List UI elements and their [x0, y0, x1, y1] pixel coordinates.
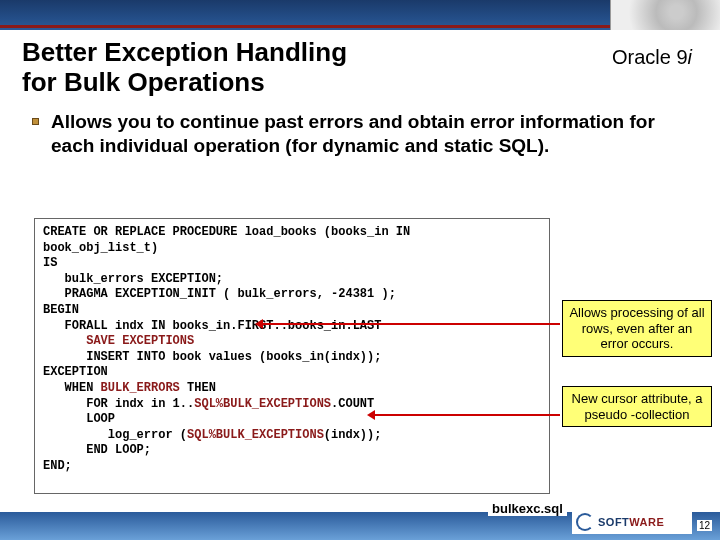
callout-processing: Allows processing of all rows, even afte…: [562, 300, 712, 357]
bullet-text: Allows you to continue past errors and o…: [51, 110, 690, 158]
code-l08: SAVE EXCEPTIONS: [43, 334, 194, 348]
code-l11b: BULK_ERRORS: [101, 381, 180, 395]
version-prefix: Oracle 9: [612, 46, 688, 68]
code-l12a: FOR indx in 1..: [43, 397, 194, 411]
arrow-icon: [370, 414, 560, 416]
logo-text-b: WARE: [629, 516, 664, 528]
code-l03: IS: [43, 256, 57, 270]
code-l16: END;: [43, 459, 72, 473]
code-l02: book_obj_list_t): [43, 241, 158, 255]
code-l14a: log_error (: [43, 428, 187, 442]
filename-label: bulkexc.sql: [488, 501, 567, 516]
page-number: 12: [697, 520, 712, 531]
code-l06: BEGIN: [43, 303, 79, 317]
code-l14c: (indx));: [324, 428, 382, 442]
code-l11c: THEN: [180, 381, 216, 395]
code-l15: END LOOP;: [43, 443, 151, 457]
code-l05: PRAGMA EXCEPTION_INIT ( bulk_errors, -24…: [43, 287, 396, 301]
code-l12b: SQL%BULK_EXCEPTIONS: [194, 397, 331, 411]
code-l10: EXCEPTION: [43, 365, 108, 379]
code-l01: CREATE OR REPLACE PROCEDURE load_books (…: [43, 225, 410, 239]
code-l13: LOOP: [43, 412, 115, 426]
code-l11a: WHEN: [43, 381, 101, 395]
title-line-1: Better Exception Handling: [22, 37, 347, 67]
code-l12c: .COUNT: [331, 397, 374, 411]
code-l07: FORALL indx IN books_in.FIRST..books_in.…: [43, 319, 381, 333]
slide-title: Better Exception Handling for Bulk Opera…: [0, 30, 420, 98]
logo-text: SOFTWARE: [598, 516, 664, 528]
title-line-2: for Bulk Operations: [22, 67, 265, 97]
bullet-row: Allows you to continue past errors and o…: [0, 98, 720, 168]
callout-cursor-attr: New cursor attribute, a pseudo -collecti…: [562, 386, 712, 427]
version-tag: Oracle 9i: [612, 46, 692, 69]
code-block: CREATE OR REPLACE PROCEDURE load_books (…: [34, 218, 550, 494]
bullet-icon: [32, 118, 39, 125]
version-suffix: i: [688, 46, 692, 68]
software-logo: SOFTWARE: [572, 510, 692, 534]
decorative-corner-image: [610, 0, 720, 30]
arrow-icon: [258, 323, 560, 325]
code-l09: INSERT INTO book values (books_in(indx))…: [43, 350, 381, 364]
logo-text-a: SOFT: [598, 516, 629, 528]
code-l04: bulk_errors EXCEPTION;: [43, 272, 223, 286]
logo-swirl-icon: [576, 513, 594, 531]
code-l14b: SQL%BULK_EXCEPTIONS: [187, 428, 324, 442]
header-band: [0, 0, 720, 30]
